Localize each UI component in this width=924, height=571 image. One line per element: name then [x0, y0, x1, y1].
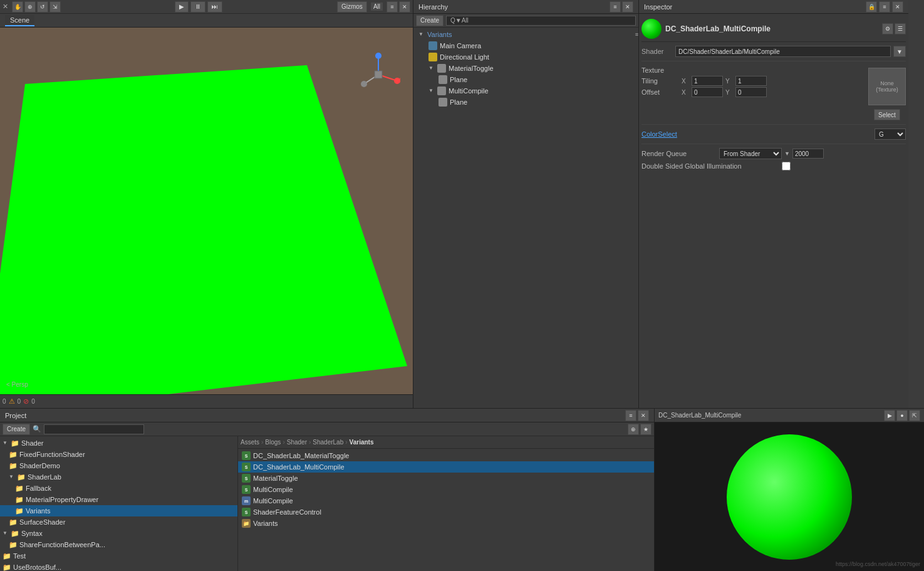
sf-folder-icon: 📁: [9, 541, 18, 549]
file-item-multicompile-mat[interactable]: m MultiCompile: [238, 495, 654, 506]
tiling-y-input[interactable]: [735, 76, 767, 86]
hierarchy-item-material-toggle[interactable]: ▼ MaterialToggle: [413, 63, 638, 74]
file-item-variants-folder[interactable]: 📁 Variants: [238, 518, 654, 529]
project-menu-icon[interactable]: ≡: [625, 410, 636, 421]
tree-item-sharefunction[interactable]: 📁 ShareFunctionBetweenPa...: [0, 539, 237, 550]
eyedropper-icon[interactable]: ⊕: [628, 424, 639, 435]
inspector-close-icon[interactable]: ✕: [892, 1, 903, 13]
select-texture-btn[interactable]: Select: [874, 109, 900, 120]
hierarchy-menu[interactable]: ≡: [610, 1, 621, 13]
project-search-input[interactable]: [44, 424, 144, 434]
preview-play-icon[interactable]: ▶: [884, 410, 895, 421]
inspector-menu-icon[interactable]: ≡: [879, 1, 890, 13]
tiling-x-input[interactable]: [692, 76, 723, 86]
gameobj-icon-4: [439, 98, 447, 107]
rotate-tool-btn[interactable]: ↺: [37, 1, 48, 13]
tree-item-test[interactable]: 📁 Test: [0, 550, 237, 562]
texture-slot[interactable]: None(Texture): [868, 68, 906, 105]
tree-item-surfaceshader[interactable]: 📁 SurfaceShader: [0, 516, 237, 528]
tree-item-fallback[interactable]: 📁 Fallback: [0, 483, 237, 494]
breadcrumb-assets[interactable]: Assets: [241, 439, 259, 446]
offset-y-input[interactable]: [735, 87, 767, 97]
project-close-icon[interactable]: ✕: [638, 410, 649, 421]
tree-item-shader[interactable]: ▼ 📁 Shader: [0, 437, 237, 449]
none-texture-label: None(Texture): [876, 80, 898, 93]
inspector-tab[interactable]: Inspector 🔒 ≡ ✕: [639, 0, 908, 14]
tree-item-variants[interactable]: 📁 Variants: [0, 505, 237, 516]
gizmos-btn[interactable]: Gizmos: [337, 1, 367, 13]
hierarchy-panel: Hierarchy ≡ ✕ Create Q▼All ▼ Variants ≡ …: [413, 0, 639, 408]
shader-dropdown-btn[interactable]: ▼: [893, 46, 906, 57]
scene-bottom-toolbar: 0 ⚠ 0 ⊘ 0: [0, 394, 413, 408]
tree-item-useproto[interactable]: 📁 UseBrotosBuf...: [0, 562, 237, 571]
scale-tool-btn[interactable]: ⇲: [49, 1, 61, 13]
v-folder-label: Variants: [26, 507, 51, 515]
preview-dot-icon[interactable]: ●: [896, 410, 908, 421]
hierarchy-tab[interactable]: Hierarchy ≡ ✕: [413, 0, 638, 14]
hierarchy-item-multicompile[interactable]: ▼ MultiCompile: [413, 85, 638, 97]
scene-tab[interactable]: Scene: [5, 15, 34, 26]
project-tab-label: Project: [5, 412, 26, 419]
pause-button[interactable]: ⏸: [190, 1, 205, 13]
hierarchy-item-main-camera[interactable]: Main Camera: [413, 40, 638, 51]
tree-item-shaderlab[interactable]: ▼ 📁 ShaderLab: [0, 471, 237, 483]
breadcrumb-blogs[interactable]: Blogs: [265, 439, 281, 446]
file-item-multicompile-shader[interactable]: S MultiCompile: [238, 484, 654, 495]
sf-folder-label: ShareFunctionBetweenPa...: [19, 541, 105, 548]
material-settings-icon[interactable]: ⚙: [882, 23, 893, 34]
hierarchy-item-plane-1[interactable]: Plane: [413, 74, 638, 85]
render-queue-select[interactable]: From Shader Background Geometry AlphaTes…: [719, 148, 782, 159]
panel-close-icon[interactable]: ✕: [399, 1, 410, 13]
tree-item-shaderdemo[interactable]: 📁 ShaderDemo: [0, 460, 237, 471]
file-item-dc-multicompile[interactable]: S DC_ShaderLab_MultiCompile: [238, 461, 654, 473]
preview-expand-icon[interactable]: ⇱: [909, 410, 920, 421]
favorites-icon[interactable]: ★: [640, 424, 651, 435]
lock-icon[interactable]: 🔒: [866, 1, 877, 13]
scene-menu-icon[interactable]: ≡: [635, 31, 638, 38]
shader-path-input[interactable]: [675, 46, 891, 57]
project-create-btn[interactable]: Create: [3, 424, 30, 435]
file-item-shaderfeature[interactable]: S ShaderFeatureControl: [238, 506, 654, 518]
offset-x-input[interactable]: [692, 87, 723, 97]
tree-item-matproperty[interactable]: 📁 MaterialPropertyDrawer: [0, 494, 237, 505]
color-select-link[interactable]: ColorSelect: [641, 130, 872, 138]
close-icon[interactable]: ✕: [3, 3, 8, 11]
render-queue-label: Render Queue: [641, 150, 717, 157]
up-folder-icon: 📁: [3, 563, 11, 572]
file-item-dc-material-toggle[interactable]: S DC_ShaderLab_MaterialToggle: [238, 450, 654, 461]
material-menu-icon[interactable]: ☰: [895, 23, 906, 34]
tree-item-syntax[interactable]: ▼ 📁 Syntax: [0, 528, 237, 539]
gameobj-icon: [437, 64, 446, 73]
scene-view[interactable]: Y X < Persp: [0, 28, 413, 394]
breadcrumb-shader[interactable]: Shader: [287, 439, 307, 446]
hierarchy-item-directional-light[interactable]: Directional Light: [413, 51, 638, 63]
hierarchy-scene-root[interactable]: ▼ Variants ≡: [413, 29, 638, 40]
render-queue-value[interactable]: [792, 149, 824, 159]
tree-item-fixedfunction[interactable]: 📁 FixedFunctionShader: [0, 449, 237, 460]
section-divider-1: [641, 61, 906, 61]
color-select-row: ColorSelect G R B A: [641, 127, 906, 141]
double-sided-checkbox[interactable]: [782, 162, 791, 170]
hierarchy-item-plane-2[interactable]: Plane: [413, 97, 638, 108]
hierarchy-search[interactable]: Q▼All: [446, 16, 636, 26]
watermark: https://blog.csdn.net/ak47007tiger: [836, 561, 920, 567]
panel-menu-icon[interactable]: ≡: [387, 1, 398, 13]
file-item-material-toggle[interactable]: S MaterialToggle: [238, 473, 654, 484]
multicompile-fold: ▼: [428, 88, 435, 94]
hand-tool-btn[interactable]: ✋: [12, 1, 23, 13]
project-tab[interactable]: Project ≡ ✕: [0, 409, 654, 422]
all-dropdown[interactable]: All: [371, 3, 383, 11]
shader-label: Shader: [641, 48, 673, 55]
tiling-row: Tiling X Y: [641, 75, 863, 86]
breadcrumb-variants[interactable]: Variants: [350, 439, 374, 446]
multicompile-label: MultiCompile: [449, 87, 489, 95]
color-select-dropdown[interactable]: G R B A: [875, 128, 906, 140]
sy-folder-label: Syntax: [21, 530, 43, 537]
scene-name: Variants: [427, 31, 452, 38]
hierarchy-create-btn[interactable]: Create: [416, 15, 444, 26]
move-tool-btn[interactable]: ⊕: [24, 1, 36, 13]
hierarchy-close[interactable]: ✕: [622, 1, 633, 13]
breadcrumb-shaderlab[interactable]: ShaderLab: [313, 439, 343, 446]
step-button[interactable]: ⏭: [207, 1, 222, 13]
play-button[interactable]: ▶: [175, 1, 189, 13]
